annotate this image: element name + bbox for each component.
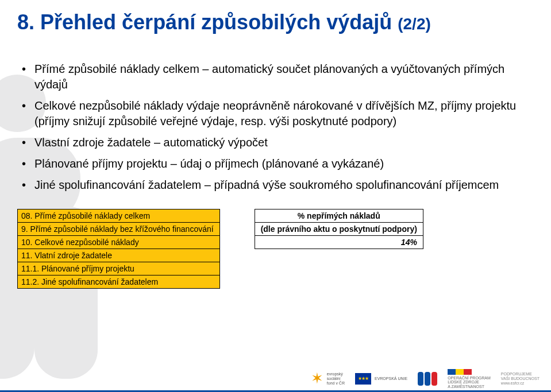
list-item: Přímé způsobilé náklady celkem – automat… [22, 61, 534, 92]
table-row: 10. Celkové nezpůsobilé náklady [18, 236, 220, 249]
oplzz-logo: OPERAČNÍ PROGRAM LIDSKÉ ZDROJE A ZAMĚSTN… [448, 369, 491, 389]
star-icon: ✶ [311, 370, 323, 387]
eu-flag-icon: ★★★ [355, 373, 371, 385]
eu-text: EVROPSKÁ UNIE [375, 377, 407, 381]
indirect-value: 14% [255, 236, 423, 249]
oplzz-text: OPERAČNÍ PROGRAM LIDSKÉ ZDROJE A ZAMĚSTN… [448, 376, 491, 389]
list-item: Celkové nezpůsobilé náklady výdaje neopr… [22, 98, 534, 129]
indirect-sub: (dle právního aktu o poskytnutí podpory) [255, 223, 423, 236]
left-table-container: 08. Přímé způsobilé náklady celkem 9. Př… [17, 209, 220, 289]
table-row: 08. Přímé způsobilé náklady celkem [18, 209, 220, 223]
table-row: 9. Přímé způsobilé náklady bez křížového… [18, 223, 220, 236]
oplzz-flag-icon [448, 369, 491, 375]
bullet-rest: – automatický výpočet [151, 136, 267, 149]
list-item: Plánované příjmy projektu – údaj o příjm… [22, 156, 534, 172]
categories-table: 08. Přímé způsobilé náklady celkem 9. Př… [17, 209, 220, 289]
indirect-costs-table: % nepřímých nákladů (dle právního aktu o… [255, 209, 423, 249]
bullet-strong: Celkové nezpůsobilé náklady [34, 99, 183, 112]
footer-logos: ✶ evropský sociální fond v ČR ★★★ EVROPS… [311, 369, 540, 389]
page-title: 8. Přehled čerpání způsobilých výdajů (2… [17, 10, 534, 34]
list-item: Jiné spolufinancování žadatelem – případ… [22, 177, 534, 193]
bullet-list: Přímé způsobilé náklady celkem – automat… [22, 61, 534, 193]
table-row: 11.2. Jiné spolufinancování žadatelem [18, 275, 220, 289]
bullet-strong: Plánované příjmy projektu [34, 157, 167, 170]
mpsv-icon [418, 372, 437, 386]
esf-logo: ✶ evropský sociální fond v ČR [311, 370, 345, 387]
support-text: PODPORUJEME VAŠI BUDOUCNOST www.esfcr.cz [501, 372, 540, 385]
title-main: 8. Přehled čerpání způsobilých výdajů [17, 10, 398, 34]
bullet-strong: Jiné spolufinancování žadatelem [34, 178, 201, 191]
bullet-strong: Přímé způsobilé náklady celkem [34, 63, 199, 75]
indirect-head: % nepřímých nákladů [255, 209, 423, 223]
table-row: 11. Vlatní zdroje žadatele [18, 249, 220, 262]
mpsv-logo [418, 372, 437, 386]
list-item: Vlastní zdroje žadatele – automatický vý… [22, 135, 534, 150]
table-row: 11.1. Plánované příjmy projektu [18, 262, 220, 275]
bullet-strong: Vlastní zdroje žadatele [34, 136, 151, 149]
bullet-rest: – případná výše soukromého spolufinancov… [201, 178, 499, 191]
footer: ✶ evropský sociální fond v ČR ★★★ EVROPS… [0, 355, 551, 392]
bullet-rest: – údaj o příjmech (plánované a vykázané) [167, 157, 384, 170]
eu-logo: ★★★ EVROPSKÁ UNIE [355, 373, 407, 385]
title-suffix: (2/2) [398, 15, 431, 33]
esf-text: evropský sociální fond v ČR [327, 372, 345, 385]
